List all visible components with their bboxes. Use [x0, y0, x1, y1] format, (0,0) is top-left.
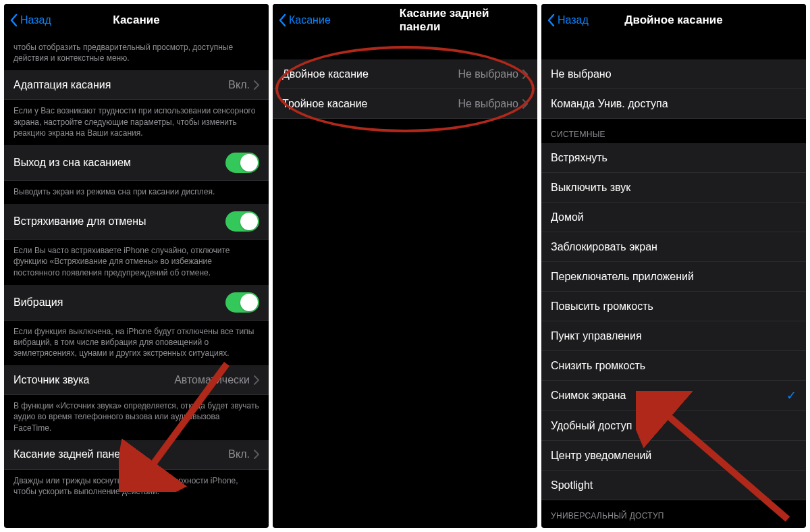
row-call-audio-routing[interactable]: Источник звука Автоматически [4, 365, 269, 395]
row-system-option[interactable]: Удобный доступ [541, 411, 806, 441]
content: Двойное касание Не выбрано Тройное касан… [273, 36, 537, 528]
row-label: Команда Унив. доступа [551, 98, 796, 110]
chevron-right-icon [254, 375, 259, 385]
row-system-option[interactable]: Встряхнуть [541, 143, 806, 173]
row-label: Spotlight [551, 479, 796, 491]
row-value: Не выбрано [458, 98, 518, 110]
back-button[interactable]: Назад [547, 14, 589, 27]
row-system-option[interactable]: Центр уведомлений [541, 441, 806, 471]
row-system-option[interactable]: Снизить громкость [541, 351, 806, 381]
row-system-option[interactable]: Снимок экрана✓ [541, 381, 806, 411]
row-label: Встряхнуть [551, 152, 796, 164]
row-label: Встряхивание для отмены [14, 215, 225, 228]
row-system-option[interactable]: Пункт управления [541, 321, 806, 351]
chevron-right-icon [254, 80, 259, 90]
row-triple-tap[interactable]: Тройное касание Не выбрано [273, 89, 537, 119]
footer-text: Дважды или трижды коснуться задней повер… [4, 470, 269, 504]
row-label: Вибрация [14, 296, 225, 309]
footer-text: Выводить экран из режима сна при касании… [4, 181, 269, 204]
row-label: Не выбрано [551, 68, 796, 80]
row-label: Заблокировать экран [551, 241, 796, 253]
screen-back-tap: Касание Касание задней панели Двойное ка… [273, 4, 537, 528]
screen-touch: Назад Касание чтобы отобразить предварит… [4, 4, 269, 528]
chevron-left-icon [278, 14, 286, 27]
row-label: Снизить громкость [551, 360, 796, 372]
navbar: Касание Касание задней панели [273, 4, 537, 36]
row-option-shortcut[interactable]: Команда Унив. доступа [541, 89, 806, 119]
row-value: Не выбрано [458, 68, 518, 80]
navbar: Назад Двойное касание [541, 4, 806, 36]
row-label: Повысить громкость [551, 300, 796, 313]
row-value: Вкл. [228, 448, 250, 460]
back-label: Назад [558, 14, 589, 26]
toggle-switch[interactable] [225, 292, 259, 313]
row-back-tap[interactable]: Касание задней панели Вкл. [4, 440, 269, 470]
row-double-tap[interactable]: Двойное касание Не выбрано [273, 59, 537, 89]
footer-text: чтобы отобразить предварительный просмот… [4, 36, 269, 70]
row-label: Адаптация касания [14, 79, 228, 91]
content: Не выбрано Команда Унив. доступа СИСТЕМН… [541, 36, 806, 528]
row-system-option[interactable]: Домой [541, 203, 806, 232]
back-button[interactable]: Назад [9, 14, 51, 27]
chevron-right-icon [254, 450, 259, 459]
toggle-switch[interactable] [225, 211, 259, 232]
footer-text: Если у Вас возникают трудности при испол… [4, 100, 269, 145]
chevron-right-icon [522, 70, 528, 79]
back-label: Касание [289, 14, 331, 26]
row-system-option[interactable]: Spotlight [541, 471, 806, 500]
row-label: Пункт управления [551, 330, 796, 342]
row-system-option[interactable]: Заблокировать экран [541, 232, 806, 262]
row-label: Источник звука [14, 374, 174, 386]
row-touch-accommodations[interactable]: Адаптация касания Вкл. [4, 70, 269, 100]
chevron-left-icon [547, 14, 555, 27]
row-value: Вкл. [228, 79, 250, 91]
chevron-left-icon [9, 14, 18, 27]
checkmark-icon: ✓ [786, 388, 796, 403]
row-shake-to-undo[interactable]: Встряхивание для отмены [4, 204, 269, 240]
navbar: Назад Касание [4, 4, 269, 36]
row-system-option[interactable]: Выключить звук [541, 173, 806, 203]
row-label: Выключить звук [551, 182, 796, 194]
row-label: Домой [551, 211, 796, 223]
footer-text: Если Вы часто встряхиваете iPhone случай… [4, 240, 269, 285]
row-label: Удобный доступ [551, 420, 796, 432]
content: чтобы отобразить предварительный просмот… [4, 36, 269, 528]
section-header-system: СИСТЕМНЫЕ [541, 119, 806, 143]
screen-double-tap: Назад Двойное касание Не выбрано Команда… [541, 4, 806, 528]
row-label: Тройное касание [282, 98, 458, 110]
page-title: Касание задней панели [331, 7, 532, 34]
row-label: Переключатель приложений [551, 271, 796, 283]
footer-text: Если функция выключена, на iPhone будут … [4, 321, 269, 366]
row-label: Двойное касание [282, 68, 458, 80]
back-button[interactable]: Касание [278, 14, 331, 27]
row-label: Снимок экрана [551, 390, 786, 402]
row-label: Центр уведомлений [551, 450, 796, 462]
back-label: Назад [20, 14, 51, 26]
row-option-none[interactable]: Не выбрано [541, 59, 806, 89]
row-system-option[interactable]: Переключатель приложений [541, 262, 806, 292]
row-label: Выход из сна касанием [14, 157, 225, 169]
row-value: Автоматически [174, 374, 250, 386]
section-header-accessibility: УНИВЕРСАЛЬНЫЙ ДОСТУП [541, 500, 806, 525]
row-label: Касание задней панели [14, 448, 228, 460]
toggle-switch[interactable] [225, 153, 259, 173]
footer-text: В функции «Источник звука» определяется,… [4, 395, 269, 440]
chevron-right-icon [522, 99, 528, 109]
row-tap-to-wake[interactable]: Выход из сна касанием [4, 145, 269, 181]
row-vibration[interactable]: Вибрация [4, 285, 269, 321]
row-system-option[interactable]: Повысить громкость [541, 292, 806, 321]
